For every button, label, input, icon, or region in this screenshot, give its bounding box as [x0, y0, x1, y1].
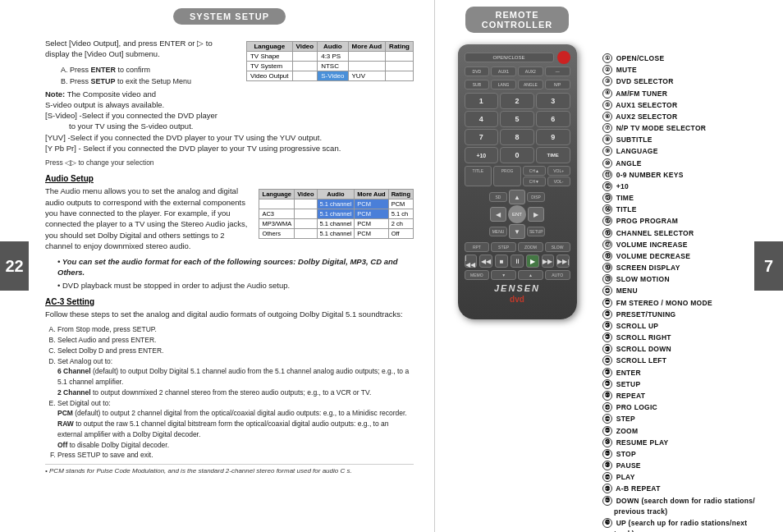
memo-btn[interactable]: MEMO — [465, 270, 490, 280]
btn-8[interactable]: 8 — [500, 129, 534, 145]
right-panel: REMOTECONTROLLER OPEN/CLOSE DVD AUX1 AUX… — [435, 0, 783, 532]
legend-18: ⑱ VOLUME DECREASE — [602, 251, 769, 262]
next-btn[interactable]: ▶▶| — [556, 255, 570, 268]
legend-14: ⑭ TITLE — [602, 204, 769, 215]
btn-7[interactable]: 7 — [465, 129, 499, 145]
vol-dn-btn[interactable]: CH▼ — [523, 177, 546, 186]
up-btn[interactable]: ▲ — [518, 270, 543, 280]
ac3-step-c: Select Dolby D and press ENTER. — [57, 346, 414, 356]
legend-39: ㊴ DOWN (search down for radio stations/ … — [602, 496, 769, 517]
legend-17: ⑰ VOLUME INCREASE — [602, 240, 769, 250]
lang-btn[interactable]: LANG — [491, 80, 516, 89]
legend-29: ㉙ SETUP — [602, 379, 769, 390]
down-btn[interactable]: ▼ — [491, 270, 516, 280]
legend-4: ④ AM/FM TUNER — [602, 89, 769, 99]
btn-0[interactable]: 0 — [500, 147, 534, 163]
pause-btn[interactable]: ⏸ — [511, 255, 524, 268]
subtitle-btn[interactable]: SUB — [465, 80, 490, 89]
video-table: LanguageVideoAudioMore AudRating TV Shap… — [246, 41, 414, 81]
step-btn[interactable]: STEP — [491, 242, 516, 252]
audio-note-1: You can set the audio format for each of… — [45, 256, 414, 278]
display-btn[interactable]: DISP — [527, 192, 545, 202]
repeat-btn[interactable]: RPT — [465, 242, 490, 252]
ffw-btn[interactable]: ▶▶ — [542, 255, 555, 268]
legend-31: ㉛ PRO LOGIC — [602, 402, 769, 413]
sd-btn[interactable]: SD — [489, 192, 507, 202]
angle-btn[interactable]: ANGLE — [518, 80, 543, 89]
btn-9[interactable]: 9 — [536, 129, 570, 145]
scroll-up-btn[interactable]: ▲ — [509, 190, 525, 204]
prev-btn[interactable]: |◀◀ — [465, 255, 478, 268]
auto-btn[interactable]: AUTO — [545, 270, 570, 280]
slow-btn[interactable]: SLOW — [545, 242, 570, 252]
play-btn[interactable]: ▶ — [526, 255, 539, 268]
scroll-left-btn[interactable]: ◀ — [490, 207, 506, 222]
legend-38: ㊳ A-B REPEAT — [602, 484, 769, 494]
open-close-button[interactable]: OPEN/CLOSE — [465, 53, 554, 62]
btn-1[interactable]: 1 — [465, 93, 499, 109]
page-number-left: 22 — [0, 241, 29, 291]
legend-23: ㉓ PRESET/TUNING — [602, 310, 769, 320]
system-setup-header: SYSTEM SETUP — [173, 8, 286, 25]
btn-plus10[interactable]: +10 — [465, 147, 499, 163]
ac3-table: LanguageVideoAudioMore AudRating 5.1 cha… — [259, 189, 414, 239]
page-number-right: 7 — [754, 241, 783, 291]
legend-19: ⑲ SCREEN DISPLAY — [602, 263, 769, 273]
btn-6[interactable]: 6 — [536, 111, 570, 127]
ac3-step-e: Set Digital out to: PCM (default) to out… — [57, 398, 414, 451]
legend-27: ㉗ SCROLL LEFT — [602, 355, 769, 366]
legend-10: ⑩ ANGLE — [602, 158, 769, 169]
legend-25: ㉕ SCROLL RIGHT — [602, 332, 769, 343]
aux2-selector[interactable]: AUX2 — [518, 66, 543, 76]
btn-4[interactable]: 4 — [465, 111, 499, 127]
remote-header: REMOTECONTROLLER — [465, 7, 569, 33]
number-grid: 1 2 3 4 5 6 7 8 9 +10 0 TIME — [465, 93, 570, 163]
btn-3[interactable]: 3 — [536, 93, 570, 109]
ac3-intro: Follow these steps to set the analog and… — [45, 309, 414, 319]
legend-40: ㊵ UP (search up for radio stations/next … — [602, 518, 769, 532]
zoom-btn[interactable]: ZOOM — [518, 242, 543, 252]
ch-dn-btn[interactable]: VOL- — [547, 177, 570, 186]
dvd-selector[interactable]: DVD — [465, 66, 490, 76]
menu-btn[interactable]: MENU — [489, 227, 507, 236]
aux1-selector[interactable]: AUX1 — [491, 66, 516, 76]
legend-28: ㉘ ENTER — [602, 368, 769, 378]
legend-37: ㊲ PLAY — [602, 472, 769, 483]
btn-2[interactable]: 2 — [500, 93, 534, 109]
legend-13: ⑬ TIME — [602, 193, 769, 204]
legend-24: ㉔ SCROLL UP — [602, 321, 769, 332]
nptv-btn[interactable]: N/P — [545, 80, 570, 89]
audio-note-2: DVD playback must be stopped in order to… — [45, 280, 414, 291]
legend-21: ㉑ MENU — [602, 286, 769, 296]
extra-selector[interactable]: — — [545, 66, 570, 76]
vol-up-btn[interactable]: CH▲ — [523, 166, 546, 176]
ac3-step-b: Select Audio and press ENTER. — [57, 335, 414, 346]
mute-power-button[interactable] — [557, 51, 570, 64]
stop-btn[interactable]: ■ — [495, 255, 508, 268]
legend-26: ㉖ SCROLL DOWN — [602, 344, 769, 355]
title-btn[interactable]: TITLE — [465, 166, 492, 186]
audio-setup-title: Audio Setup — [45, 174, 414, 183]
enter-center-btn[interactable]: ENT — [508, 205, 526, 223]
press-note: Press ◁▷ to change your selection — [45, 158, 414, 167]
prog-btn[interactable]: PROG — [493, 166, 521, 186]
rew-btn[interactable]: ◀◀ — [479, 255, 492, 268]
setup-btn[interactable]: SETUP — [527, 227, 545, 236]
scroll-down-btn[interactable]: ▼ — [509, 224, 525, 239]
pcm-footnote: • PCM stands for Pulse Code Modulation, … — [45, 464, 414, 475]
btn-time[interactable]: TIME — [536, 147, 570, 163]
legend-22: ㉒ FM STEREO / MONO MODE — [602, 298, 769, 309]
legend-15: ⑮ PROG PROGRAM — [602, 216, 769, 227]
legend-36: ㊱ PAUSE — [602, 461, 769, 471]
legend-3: ③ DVD SELECTOR — [602, 76, 769, 87]
jensen-logo: JENSEN — [465, 283, 570, 293]
ch-up-btn[interactable]: VOL+ — [547, 166, 570, 176]
legend-34: ㉞ RESUME PLAY — [602, 438, 769, 448]
dvd-logo: dvd — [465, 295, 570, 304]
btn-5[interactable]: 5 — [500, 111, 534, 127]
legend-20: ⑳ SLOW MOTION — [602, 274, 769, 285]
legend-2: ② MUTE — [602, 65, 769, 76]
remote-column: REMOTECONTROLLER OPEN/CLOSE DVD AUX1 AUX… — [435, 0, 599, 532]
scroll-right-btn[interactable]: ▶ — [528, 207, 544, 222]
ac3-title: AC-3 Setting — [45, 297, 414, 306]
